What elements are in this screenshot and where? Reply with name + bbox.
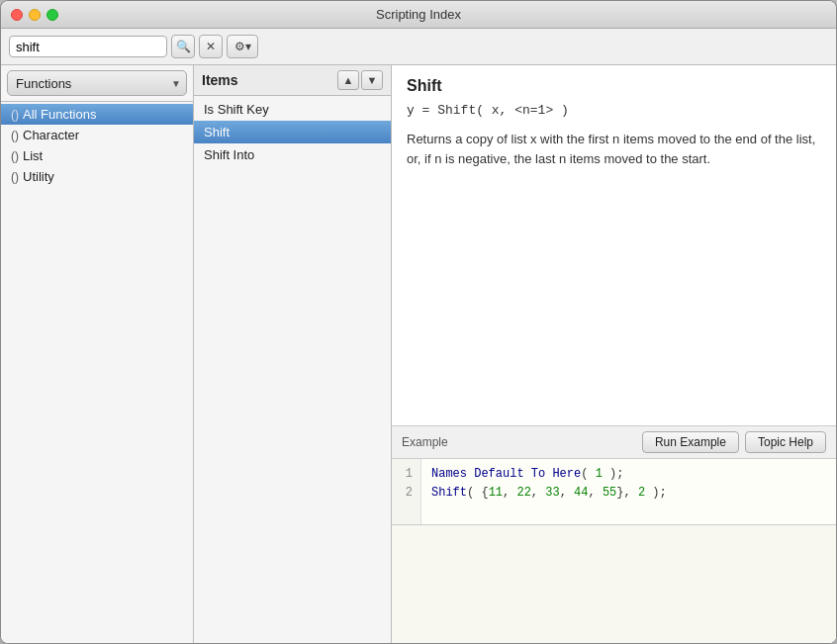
line-number: 2 (400, 484, 413, 503)
function-list: () All Functions () Character () List ()… (1, 102, 193, 643)
function-name: Shift (407, 77, 821, 95)
settings-button[interactable]: ⚙▾ (227, 35, 258, 58)
search-button[interactable]: 🔍 (171, 35, 195, 58)
function-prefix: () (11, 149, 19, 163)
code-keyword: Names Default To Here (431, 467, 581, 481)
output-area (392, 524, 836, 643)
function-prefix: () (11, 170, 19, 184)
code-keyword: Shift (431, 486, 467, 500)
toolbar: 🔍 ✕ ⚙▾ (1, 29, 836, 65)
function-item-list[interactable]: () List (1, 145, 193, 166)
code-punct: ); (645, 486, 667, 500)
list-item-shift-into[interactable]: Shift Into (194, 143, 391, 166)
right-panel: Shift y = Shift( x, <n=1> ) Returns a co… (392, 65, 836, 643)
code-number: 11 (489, 486, 503, 500)
list-item-is-shift-key[interactable]: Is Shift Key (194, 98, 391, 121)
category-select[interactable]: Functions All Functions Character List U… (7, 70, 187, 96)
up-arrow-icon: ▲ (343, 74, 354, 86)
function-label: All Functions (23, 107, 96, 122)
function-item-all[interactable]: () All Functions (1, 104, 193, 125)
example-header: Example Run Example Topic Help (392, 426, 836, 459)
main-window: Scripting Index 🔍 ✕ ⚙▾ Functions All Fun… (0, 0, 837, 644)
function-description: Returns a copy of list x with the first … (407, 130, 821, 168)
code-punct: ( (581, 467, 595, 481)
clear-button[interactable]: ✕ (199, 35, 223, 58)
line-numbers: 1 2 (392, 459, 421, 524)
code-punct: ( { (467, 486, 489, 500)
item-label: Shift (204, 125, 230, 139)
code-number: 55 (603, 486, 616, 500)
main-content: Functions All Functions Character List U… (1, 65, 836, 643)
function-signature: y = Shift( x, <n=1> ) (407, 103, 821, 118)
code-punct: }, (616, 486, 638, 500)
code-punct: , (503, 486, 516, 500)
search-icon: 🔍 (176, 40, 191, 53)
items-title: Items (202, 72, 238, 88)
example-label: Example (402, 435, 448, 449)
doc-area: Shift y = Shift( x, <n=1> ) Returns a co… (392, 65, 836, 425)
code-number: 22 (516, 486, 530, 500)
code-number: 1 (596, 467, 603, 481)
gear-icon: ⚙▾ (234, 40, 251, 53)
example-code-area: 1 2 Names Default To Here( 1 ); Shift( {… (392, 459, 836, 524)
example-section: Example Run Example Topic Help 1 2 Names… (392, 425, 836, 643)
code-line-1: Names Default To Here( 1 ); (431, 465, 826, 484)
list-item-shift[interactable]: Shift (194, 121, 391, 143)
middle-panel: Items ▲ ▼ Is Shift Key Shift (194, 65, 392, 643)
minimize-button[interactable] (29, 9, 41, 21)
code-punct: , (588, 486, 602, 500)
function-item-utility[interactable]: () Utility (1, 166, 193, 187)
item-label: Shift Into (204, 147, 254, 162)
item-label: Is Shift Key (204, 102, 269, 117)
function-label: Character (23, 128, 79, 142)
function-label: Utility (23, 169, 54, 184)
code-number: 2 (638, 486, 645, 500)
line-number: 1 (400, 465, 413, 484)
traffic-lights (11, 9, 58, 21)
items-list: Is Shift Key Shift Shift Into (194, 96, 391, 643)
nav-buttons: ▲ ▼ (337, 70, 383, 90)
code-number: 44 (574, 486, 588, 500)
code-number: 33 (545, 486, 559, 500)
function-prefix: () (11, 129, 19, 142)
function-item-character[interactable]: () Character (1, 125, 193, 145)
search-input[interactable] (9, 36, 167, 57)
example-buttons: Run Example Topic Help (642, 431, 826, 453)
code-block[interactable]: Names Default To Here( 1 ); Shift( {11, … (421, 459, 836, 524)
code-punct: , (560, 486, 574, 500)
code-line-2: Shift( {11, 22, 33, 44, 55}, 2 ); (431, 484, 826, 503)
run-example-button[interactable]: Run Example (642, 431, 739, 453)
items-header: Items ▲ ▼ (194, 65, 391, 96)
close-button[interactable] (11, 9, 23, 21)
nav-down-button[interactable]: ▼ (361, 70, 383, 90)
code-punct: , (531, 486, 545, 500)
down-arrow-icon: ▼ (367, 74, 378, 86)
code-punct: ); (603, 467, 624, 481)
nav-up-button[interactable]: ▲ (337, 70, 359, 90)
title-bar: Scripting Index (1, 1, 836, 29)
select-wrapper: Functions All Functions Character List U… (7, 70, 187, 96)
clear-icon: ✕ (206, 40, 216, 53)
function-label: List (23, 148, 43, 163)
left-panel: Functions All Functions Character List U… (1, 65, 194, 643)
function-prefix: () (11, 108, 19, 122)
category-select-wrapper: Functions All Functions Character List U… (1, 65, 193, 102)
topic-help-button[interactable]: Topic Help (745, 431, 826, 453)
window-title: Scripting Index (376, 7, 461, 22)
maximize-button[interactable] (46, 9, 58, 21)
